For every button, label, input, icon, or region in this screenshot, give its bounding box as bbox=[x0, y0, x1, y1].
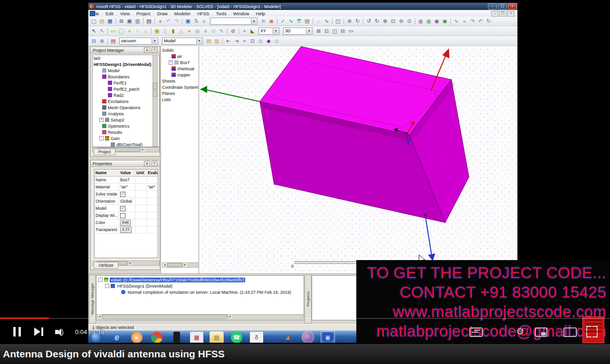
property-row-transparent[interactable]: Transparent 0.77 bbox=[95, 226, 158, 233]
tree-item-boundaries[interactable]: Boundaries bbox=[93, 74, 159, 80]
arc-ccw-icon[interactable]: ↶ bbox=[477, 18, 485, 25]
property-row-color[interactable]: Color Edit bbox=[95, 219, 158, 226]
cs-global-icon[interactable]: ◇ bbox=[273, 37, 281, 45]
window-wide-icon[interactable]: ▭ bbox=[347, 27, 355, 35]
zoom-out-icon[interactable]: ⊖ bbox=[397, 18, 405, 25]
menu-edit[interactable]: Edit bbox=[102, 11, 116, 16]
tree-item-excitations[interactable]: Excitations bbox=[93, 98, 159, 104]
phone-remote-icon[interactable] bbox=[173, 332, 180, 343]
chrome-icon[interactable]: ● bbox=[151, 332, 162, 343]
toolbar-separator[interactable] bbox=[151, 28, 152, 34]
model-tree-air[interactable]: air bbox=[161, 53, 199, 59]
chevron-down-icon[interactable]: ▾ bbox=[306, 28, 312, 34]
tree-expand-icon[interactable]: ≡ bbox=[200, 18, 208, 25]
fullscreen-icon[interactable] bbox=[586, 326, 598, 337]
remote-window-icon[interactable]: ▦ bbox=[190, 332, 203, 343]
undo-icon[interactable]: ↶ bbox=[164, 18, 172, 25]
toolbar-separator[interactable] bbox=[332, 18, 333, 24]
toolbar-separator[interactable] bbox=[363, 18, 363, 24]
tree-item-results[interactable]: Results bbox=[93, 129, 159, 135]
folder-closed-icon[interactable]: ▥ bbox=[213, 37, 221, 45]
model-tree-box7[interactable]: + Box7 bbox=[161, 59, 199, 65]
pick-icon[interactable]: ↖ bbox=[218, 27, 226, 35]
model-tree-sheets[interactable]: Sheets bbox=[161, 78, 199, 84]
tree-item-optimetrics[interactable]: Optimetrics bbox=[93, 123, 159, 129]
toolbar-separator[interactable] bbox=[313, 18, 313, 24]
design-variation-combo[interactable]: ▾ bbox=[210, 18, 257, 25]
snap-icon[interactable]: ⊡ bbox=[323, 27, 331, 35]
grid-icon[interactable]: ⊞ bbox=[315, 27, 323, 35]
draw-point-icon[interactable]: ∘ bbox=[240, 27, 248, 35]
paste-icon[interactable]: ▥ bbox=[133, 18, 142, 25]
cs-face-icon[interactable]: ◆ bbox=[265, 37, 273, 45]
draw-plane-icon[interactable]: ≡ bbox=[201, 27, 210, 35]
toolbar-separator[interactable] bbox=[107, 38, 108, 44]
analyze-all-icon[interactable]: ∿ bbox=[287, 18, 295, 25]
orient-top-icon[interactable]: ◍ bbox=[425, 18, 433, 25]
redo-icon[interactable]: ↷ bbox=[172, 18, 181, 25]
pin-icon[interactable]: ▴ bbox=[144, 47, 150, 53]
window-full-icon[interactable]: ⊟ bbox=[339, 27, 347, 35]
child-restore-button[interactable]: ▢ bbox=[499, 11, 506, 17]
tree-item-perfe1[interactable]: PerfE1 bbox=[93, 80, 159, 86]
orient-iso-icon[interactable]: ◍ bbox=[417, 18, 425, 25]
tree-item-analysis[interactable]: Analysis bbox=[93, 111, 159, 117]
zoom-window-icon[interactable]: ⊡ bbox=[389, 18, 397, 25]
model-tree-chietsuat[interactable]: chietsuat bbox=[161, 65, 199, 72]
results-icon[interactable]: ▤ bbox=[303, 18, 311, 25]
analysis-sweep-icon[interactable]: ≋ bbox=[259, 18, 267, 25]
window-layout-icon[interactable]: ◫ bbox=[334, 18, 342, 25]
checkbox[interactable] bbox=[120, 213, 125, 218]
property-row-orientation[interactable]: Orientation Global bbox=[95, 198, 158, 205]
tree-item-gain[interactable]: - Gain bbox=[93, 135, 159, 141]
pause-button[interactable] bbox=[13, 327, 21, 338]
chevron-down-icon[interactable]: ▾ bbox=[196, 38, 202, 44]
video-progress-track[interactable] bbox=[0, 318, 610, 319]
cut-icon[interactable]: ⊠ bbox=[117, 18, 125, 25]
draw-circle-icon[interactable]: ● bbox=[125, 27, 133, 35]
boolean-subtract-icon[interactable]: ⊟ bbox=[90, 37, 98, 45]
model-tree-horizontal-scrollbar[interactable]: ◄ ► bbox=[162, 262, 198, 268]
tab-message-manager[interactable]: Message Manager bbox=[89, 275, 96, 324]
toolbar-separator[interactable] bbox=[450, 18, 451, 24]
next-button[interactable] bbox=[34, 327, 43, 338]
matlab-icon[interactable]: ▲ bbox=[281, 332, 295, 343]
toolbar-separator[interactable] bbox=[238, 28, 239, 34]
draw-torus-icon[interactable]: ◎ bbox=[193, 27, 201, 35]
design-window-icon[interactable]: ▣ bbox=[321, 332, 334, 343]
chevron-down-icon[interactable]: ▾ bbox=[152, 38, 157, 44]
chevron-down-icon[interactable]: ▾ bbox=[251, 19, 257, 24]
subtitles-icon[interactable] bbox=[469, 327, 483, 337]
property-row-material[interactable]: Material "air" "air" bbox=[95, 184, 158, 191]
project-tree-vertical-scrollbar[interactable]: ≡ bbox=[152, 55, 158, 147]
draw-cylinder-icon[interactable]: ▯ bbox=[161, 27, 169, 35]
video-progress-played[interactable] bbox=[0, 317, 49, 319]
draw-rectangle-icon[interactable]: ▭ bbox=[109, 27, 117, 35]
window-split-icon[interactable]: ◫ bbox=[331, 27, 339, 35]
draw-sphere-icon[interactable]: ● bbox=[185, 27, 193, 35]
value-button[interactable]: Edit bbox=[120, 220, 131, 226]
orient-front-icon[interactable]: ◉ bbox=[433, 18, 441, 25]
select-arrow-icon[interactable]: ↖ bbox=[90, 27, 98, 35]
hfss-logo-icon[interactable]: ◉ bbox=[267, 18, 276, 25]
media-player-icon[interactable]: ▸ bbox=[131, 332, 143, 343]
tree-item-perfe2-patch[interactable]: PerfE2_patch bbox=[93, 86, 159, 92]
copy-icon[interactable]: ▣ bbox=[125, 18, 133, 25]
model-tree-coordinate-systems[interactable]: Coordinate Systems bbox=[161, 84, 199, 90]
modeler-3d-view[interactable]: 0 bbox=[199, 46, 518, 273]
solids-view-icon[interactable]: ▣ bbox=[184, 18, 192, 25]
no-symmetry-icon[interactable]: ⊘ bbox=[229, 27, 237, 35]
tab-project[interactable]: Project bbox=[94, 149, 115, 155]
chevron-down-icon[interactable]: ▾ bbox=[273, 28, 278, 34]
spline-icon[interactable]: ≈ bbox=[460, 18, 468, 25]
tree-item-mesh-operations[interactable]: Mesh Operations bbox=[93, 104, 159, 111]
tree-item-gain-plot[interactable]: dB(GainTotal) bbox=[93, 141, 159, 147]
arc-cw-icon[interactable]: ↷ bbox=[468, 18, 477, 25]
model-tree-copper[interactable]: copper bbox=[161, 72, 199, 78]
message-info-row[interactable]: Normal completion of simulation on serve… bbox=[96, 289, 304, 295]
align-x-icon[interactable]: ⇤ bbox=[224, 37, 232, 45]
toolbar-separator[interactable] bbox=[343, 18, 344, 24]
menu-view[interactable]: View bbox=[117, 11, 133, 16]
draw-box-icon[interactable]: ▣ bbox=[153, 27, 161, 35]
tree-item-setup2[interactable]: + Setup2 bbox=[93, 117, 159, 123]
